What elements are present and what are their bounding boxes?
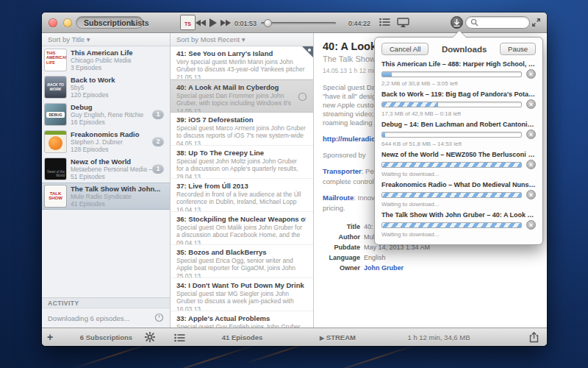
episode-row[interactable]: 35: Bozos and BlackBerrys Special guest … (171, 245, 313, 278)
download-status: Waiting to download... (381, 201, 536, 208)
episode-description: Special guest Erica Ogg, senior writer a… (176, 257, 306, 272)
episode-date: 29.04.13 (176, 173, 306, 179)
subscriptions-sidebar: Sort by Title ▾ THIS AMERICAN LIFE This … (42, 33, 171, 328)
meta-label: Language (323, 252, 364, 263)
meta-value: English (364, 252, 386, 263)
cancel-all-button[interactable]: Cancel All (381, 43, 429, 55)
episode-title: 36: Stockpiling the Nuclear Weapons of..… (176, 215, 306, 223)
unplayed-badge: 1 (152, 164, 164, 174)
cancel-download-button[interactable]: × (526, 130, 536, 139)
podcast-row-freakonomics[interactable]: Freakonomics Radio Stephen J. Dubner 128… (42, 128, 170, 155)
rewind-button[interactable] (196, 19, 206, 26)
podcast-row-back-to-work[interactable]: BACK TO WORK Back to Work 5by5 120 Episo… (42, 74, 170, 101)
search-field[interactable] (465, 16, 530, 29)
unplayed-flag-icon (302, 46, 313, 57)
play-icon (209, 18, 217, 27)
close-window-button[interactable] (49, 18, 57, 27)
podcast-title: The Talk Show With John... (71, 185, 167, 193)
episode-description: Special guest Marco Arment joins John Gr… (176, 124, 306, 139)
episode-row-selected[interactable]: 40: A Look At Mail In Cyberdog Special g… (171, 79, 313, 113)
episode-row[interactable]: 38: Up To The Creepy Line Special guest … (171, 146, 313, 179)
unplayed-badge: 2 (152, 137, 164, 146)
elapsed-time: 0:01:53 (234, 20, 257, 27)
download-status: 2,2 MB of 30,8 MB – 3:05 left (381, 80, 536, 87)
minimize-window-button[interactable] (63, 18, 72, 27)
stream-button[interactable]: ▶ STREAM (320, 333, 356, 342)
podcast-row-the-talk-show[interactable]: TALK SHOW The Talk Show With John... Mul… (42, 183, 170, 210)
download-status: Waiting to download... (381, 171, 536, 177)
chevron-down-icon: ▾ (87, 35, 90, 43)
podcast-artwork: DEBUG (45, 104, 66, 125)
cancel-download-button[interactable]: × (526, 99, 536, 109)
cancel-download-button[interactable]: × (526, 190, 536, 199)
podcast-artwork (45, 131, 66, 152)
podcast-row-debug[interactable]: DEBUG Debug Guy English, Rene Ritchie 16… (42, 101, 170, 128)
episode-title: 35: Bozos and BlackBerrys (176, 248, 306, 256)
episode-row[interactable]: 37: Live from Úll 2013 Recorded in front… (171, 179, 313, 212)
sponsor-link[interactable]: Transporter (323, 167, 362, 175)
stream-label: STREAM (326, 333, 356, 342)
podcast-artwork: TALK SHOW (45, 185, 66, 207)
episode-row[interactable]: 33: Apple's Actual Problems Special gues… (171, 311, 313, 328)
sponsor-link[interactable]: Mailroute (323, 194, 354, 202)
episode-row[interactable]: 41: See You on Larry's Island Very speci… (171, 46, 313, 79)
cancel-download-button[interactable]: × (526, 160, 536, 169)
slider-knob[interactable] (264, 19, 272, 27)
downloads-title: Downloads (429, 45, 500, 54)
podcast-title: Newz of the World (71, 158, 167, 166)
episode-date: 09.04.13 (176, 239, 306, 245)
episode-row[interactable]: 39: iOS 7 Deforestation Special guest Ma… (171, 113, 313, 146)
podcast-episode-count: 3 Episodes (71, 64, 167, 71)
playlist-button[interactable] (379, 18, 390, 26)
episode-date: 21.05.13 (176, 74, 306, 79)
meta-label: Author (323, 232, 364, 242)
podcast-row-this-american-life[interactable]: THIS AMERICAN LIFE This American Life Ch… (42, 46, 170, 74)
episode-description: Special guest Om Malik joins John Gruber… (176, 224, 306, 238)
download-status: Waiting to download... (381, 231, 536, 238)
fullscreen-button[interactable] (531, 18, 541, 27)
podcast-title: Debug (71, 103, 167, 111)
podcast-author: 5by5 (71, 84, 167, 91)
sidebar-sort-label: Sort by Title (48, 35, 85, 43)
fast-forward-button[interactable] (220, 19, 231, 26)
downloads-button[interactable] (451, 16, 463, 29)
remaining-time: 0:44:22 (348, 20, 370, 27)
playback-slider[interactable] (261, 22, 336, 24)
download-item: Freakonomics Radio – What Do Medieval Nu… (381, 180, 536, 210)
share-icon (528, 332, 539, 343)
podcast-title: Back to Work (71, 76, 167, 84)
airplay-button[interactable] (397, 18, 409, 27)
download-spinner-icon (298, 92, 307, 102)
episode-row[interactable]: 36: Stockpiling the Nuclear Weapons of..… (171, 212, 313, 245)
episode-date: 04.05.13 (176, 140, 306, 146)
episode-title: 39: iOS 7 Deforestation (176, 116, 306, 124)
podcast-episode-count: 41 Episodes (71, 200, 167, 208)
owner-link[interactable]: John Gruber (364, 263, 404, 273)
sidebar-sort-header[interactable]: Sort by Title ▾ (42, 33, 170, 46)
download-item: Newz of the World – NEWZ050 The Berlusco… (381, 149, 536, 180)
episode-row[interactable]: 34: I Don't Want To Put Down My Drink Sp… (171, 278, 313, 311)
play-button[interactable] (209, 18, 217, 27)
now-playing-artwork[interactable]: TS (180, 15, 196, 30)
search-input[interactable] (478, 19, 523, 26)
download-status: 17,3 MB of 42,9 MB – 0:18 left (381, 110, 536, 117)
progress-bar (381, 222, 522, 228)
rewind-icon (196, 19, 206, 26)
cancel-download-button[interactable]: × (526, 69, 536, 79)
episodes-sort-header[interactable]: Sort by Most Recent ▾ (171, 33, 313, 46)
cancel-download-button[interactable]: × (526, 220, 536, 230)
download-title: Newz of the World – NEWZ050 The Berlusco… (381, 151, 536, 158)
settings-button[interactable] (145, 332, 155, 344)
episode-title: 41: See You on Larry's Island (176, 49, 306, 57)
progress-bar (381, 162, 522, 168)
app-window: Subscriptions Lists TS 0:01:53 0:44:22 (42, 13, 547, 346)
activity-status-row[interactable]: Downloading 6 episodes... (42, 308, 170, 328)
pause-button[interactable]: Pause (500, 43, 536, 55)
podcast-row-newz-of-the-world[interactable]: Newz of the World Newz of the World Meta… (42, 155, 170, 183)
share-button[interactable] (528, 332, 539, 344)
activity-section: ACTIVITY Downloading 6 episodes... (42, 297, 170, 328)
podcast-title: Freakonomics Radio (71, 130, 167, 138)
episode-description: Recorded in front of a live audience at … (176, 191, 306, 205)
tab-lists[interactable]: Lists (131, 18, 149, 27)
progress-bar (381, 102, 522, 107)
